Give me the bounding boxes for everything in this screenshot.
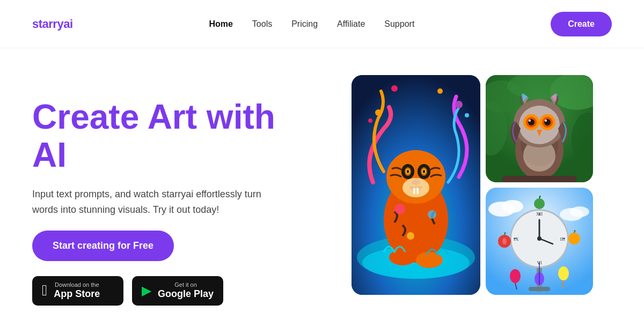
image-grid: XII III VI IX: [352, 75, 593, 295]
google-play-button[interactable]: ▶ Get it on Google Play: [132, 276, 223, 306]
main-nav: Home Tools Pricing Affiliate Support: [209, 19, 414, 29]
logo-text-part2: ai: [63, 17, 72, 31]
nav-item-support[interactable]: Support: [384, 19, 414, 29]
svg-point-46: [545, 120, 547, 122]
svg-point-50: [502, 200, 523, 213]
nav-item-affiliate[interactable]: Affiliate: [337, 19, 365, 29]
svg-point-72: [510, 269, 521, 283]
svg-point-18: [423, 170, 425, 173]
svg-point-22: [402, 178, 429, 197]
svg-point-27: [407, 232, 414, 240]
main-content: Create Art with AI Input text prompts, a…: [0, 48, 644, 334]
svg-point-52: [570, 206, 589, 217]
store-buttons:  Download on the App Store ▶ Get it on …: [32, 276, 311, 306]
create-button[interactable]: Create: [551, 12, 612, 36]
hero-right: XII III VI IX: [333, 70, 612, 334]
app-store-button[interactable]:  Download on the App Store: [32, 276, 123, 306]
owl-image: [486, 75, 593, 182]
svg-point-70: [534, 198, 545, 209]
svg-point-24: [416, 252, 443, 268]
svg-point-5: [455, 101, 463, 108]
svg-point-69: [502, 238, 507, 244]
nav-item-tools[interactable]: Tools: [252, 19, 272, 29]
nav-item-home[interactable]: Home: [209, 19, 232, 29]
svg-point-7: [437, 88, 443, 94]
svg-point-45: [529, 120, 531, 122]
app-store-text: Download on the App Store: [54, 281, 100, 300]
svg-rect-47: [502, 176, 577, 182]
google-play-text: Get it on Google Play: [158, 281, 214, 300]
svg-point-4: [368, 118, 372, 123]
logo-text-part1: starry: [32, 17, 63, 31]
nav-item-pricing[interactable]: Pricing: [291, 19, 318, 29]
apple-icon: : [42, 283, 47, 298]
hero-subtitle: Input text prompts, and watch starryai e…: [32, 187, 268, 218]
header: starryai Home Tools Pricing Affiliate Su…: [0, 0, 644, 48]
start-creating-button[interactable]: Start creating for Free: [32, 231, 174, 261]
svg-point-71: [568, 233, 580, 244]
google-play-icon: ▶: [142, 284, 151, 297]
svg-point-67: [537, 236, 541, 241]
svg-point-25: [394, 204, 405, 214]
hero-left: Create Art with AI Input text prompts, a…: [32, 98, 311, 305]
logo: starryai: [32, 17, 73, 31]
svg-point-6: [465, 113, 469, 117]
svg-point-8: [391, 85, 398, 92]
svg-point-3: [375, 109, 382, 116]
svg-point-17: [407, 170, 409, 173]
svg-rect-54: [529, 287, 550, 291]
clock-image: XII III VI IX: [486, 188, 593, 295]
tiger-image: [352, 75, 480, 295]
svg-point-26: [428, 210, 436, 219]
hero-title: Create Art with AI: [32, 98, 311, 174]
svg-point-23: [389, 249, 416, 265]
svg-point-74: [558, 266, 569, 280]
